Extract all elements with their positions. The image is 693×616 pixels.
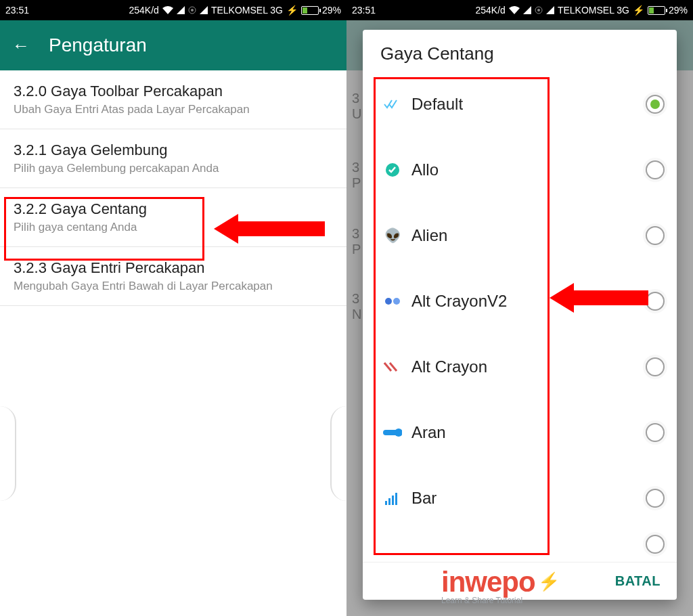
option-alt-crayon-v2[interactable]: Alt CrayonV2: [363, 268, 677, 334]
tick-bar-icon: [383, 491, 402, 506]
option-alien[interactable]: 👽 Alien: [363, 202, 677, 268]
watermark-tagline: Learn & Share Tutorial: [441, 596, 560, 605]
option-default[interactable]: Default: [363, 71, 677, 137]
background-peek: 3U: [352, 91, 361, 122]
settings-icon: [535, 6, 543, 14]
tick-style-dialog: Gaya Centang Default Allo: [363, 30, 677, 600]
option-label: Alt CrayonV2: [411, 292, 507, 311]
setting-item-title: 3.2.1 Gaya Gelembung: [14, 141, 333, 159]
screen-dialog: 23:51 254K/d TELKOMSEL 3G ⚡ 2: [346, 0, 693, 616]
option-allo[interactable]: Allo: [363, 137, 677, 202]
option-label: Bar: [411, 489, 437, 508]
charging-icon: ⚡: [286, 5, 298, 16]
status-netspeed: 254K/d: [129, 5, 159, 16]
setting-item-subtitle: Ubah Gaya Entri Atas pada Layar Percakap…: [14, 103, 333, 116]
radio-button[interactable]: [646, 160, 665, 179]
setting-item-bubble-style[interactable]: 3.2.1 Gaya Gelembung Pilih gaya Gelembun…: [0, 129, 346, 188]
tick-altcrayonv2-icon: [383, 294, 402, 309]
wifi-icon: [162, 6, 173, 14]
svg-rect-10: [388, 498, 390, 505]
option-alt-crayon[interactable]: Alt Crayon: [363, 334, 677, 399]
svg-point-3: [537, 9, 540, 12]
status-time: 23:51: [352, 5, 376, 16]
tick-allo-icon: [383, 162, 402, 177]
background-peek: 3P: [352, 226, 361, 257]
option-partial[interactable]: [363, 531, 677, 558]
status-carrier: TELKOMSEL 3G: [211, 5, 283, 16]
setting-item-toolbar-style[interactable]: 3.2.0 Gaya Toolbar Percakapan Ubah Gaya …: [0, 70, 346, 129]
setting-item-title: 3.2.2 Gaya Centang: [14, 200, 333, 218]
watermark: inwepo ⚡ Learn & Share Tutorial: [441, 566, 560, 605]
charging-icon: ⚡: [633, 5, 644, 16]
wifi-icon: [509, 6, 520, 14]
radio-button[interactable]: [646, 95, 665, 114]
option-label: Default: [411, 95, 463, 114]
setting-item-subtitle: Pilih gaya Gelembung percakapan Anda: [14, 162, 333, 175]
tick-alien-icon: 👽: [383, 228, 402, 243]
svg-point-8: [395, 428, 402, 437]
svg-rect-9: [385, 501, 387, 505]
cancel-button[interactable]: BATAL: [615, 573, 661, 589]
settings-icon: [188, 6, 196, 14]
svg-rect-12: [395, 493, 397, 505]
setting-item-entry-style[interactable]: 3.2.3 Gaya Entri Percakapan Mengubah Gay…: [0, 247, 346, 306]
radio-button[interactable]: [646, 535, 665, 554]
option-label: Aran: [411, 423, 446, 442]
svg-point-6: [393, 298, 400, 305]
option-label: Alt Crayon: [411, 357, 487, 376]
signal2-icon: [200, 6, 208, 14]
status-time: 23:51: [5, 5, 29, 16]
radio-button[interactable]: [646, 489, 665, 508]
option-bar[interactable]: Bar: [363, 465, 677, 531]
battery-icon: [648, 6, 665, 15]
background-peek: 3N: [352, 291, 361, 322]
svg-point-1: [191, 9, 194, 12]
radio-button[interactable]: [646, 423, 665, 442]
svg-point-5: [385, 298, 392, 305]
battery-icon: [301, 6, 319, 15]
radio-button[interactable]: [646, 292, 665, 311]
tick-default-icon: [383, 97, 402, 112]
radio-button[interactable]: [646, 357, 665, 376]
plug-icon: ⚡: [538, 571, 560, 592]
tick-altcrayon-icon: [383, 359, 402, 374]
radio-button[interactable]: [646, 226, 665, 245]
dialog-title: Gaya Centang: [363, 30, 677, 71]
option-aran[interactable]: Aran: [363, 399, 677, 465]
signal-icon: [523, 6, 531, 14]
setting-item-subtitle: Mengubah Gaya Entri Bawah di Layar Perca…: [14, 280, 333, 293]
back-icon[interactable]: ←: [12, 37, 30, 54]
tick-aran-icon: [383, 425, 402, 440]
option-label: Alien: [411, 226, 447, 245]
status-carrier: TELKOMSEL 3G: [558, 5, 629, 16]
dialog-option-list: Default Allo 👽 Alien: [363, 71, 677, 562]
setting-item-title: 3.2.0 Gaya Toolbar Percakapan: [14, 83, 333, 100]
screen-settings: 23:51 254K/d TELKOMSEL 3G ⚡ 2: [0, 0, 346, 616]
page-curl-right: [330, 406, 346, 501]
setting-item-subtitle: Pilih gaya centang Anda: [14, 221, 333, 234]
page-title: Pengaturan: [49, 35, 147, 56]
page-curl-left: [0, 406, 16, 501]
option-label: Allo: [411, 160, 439, 179]
status-battery-pct: 29%: [322, 5, 341, 16]
app-bar: ← Pengaturan: [0, 20, 346, 70]
signal-icon: [177, 6, 185, 14]
status-netspeed: 254K/d: [476, 5, 506, 16]
background-peek: 3P: [352, 160, 361, 191]
watermark-brand: inwepo: [441, 566, 535, 598]
svg-rect-11: [392, 496, 394, 505]
status-battery-pct: 29%: [669, 5, 688, 16]
status-bar: 23:51 254K/d TELKOMSEL 3G ⚡ 2: [346, 0, 693, 20]
setting-item-title: 3.2.3 Gaya Entri Percakapan: [14, 259, 333, 277]
setting-item-tick-style[interactable]: 3.2.2 Gaya Centang Pilih gaya centang An…: [0, 188, 346, 247]
signal2-icon: [546, 6, 554, 14]
status-bar: 23:51 254K/d TELKOMSEL 3G ⚡ 2: [0, 0, 346, 20]
